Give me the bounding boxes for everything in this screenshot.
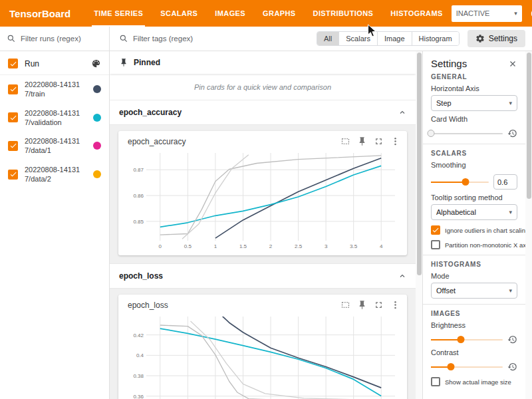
slider-thumb[interactable]: [462, 178, 469, 186]
settings-scrollbar[interactable]: [525, 51, 532, 399]
svg-text:1.5: 1.5: [239, 243, 247, 249]
run-checkbox[interactable]: [8, 84, 18, 94]
tab-time-series[interactable]: TIME SERIES: [85, 0, 152, 27]
section-header-epoch-accuracy[interactable]: epoch_accuracy: [110, 100, 416, 124]
runs-list: 20220808-141317/train20220808-141317/val…: [0, 75, 109, 188]
tab-graphs[interactable]: GRAPHS: [254, 0, 304, 27]
filter-chip-all[interactable]: All: [317, 32, 339, 45]
checkbox-label: Show actual image size: [445, 378, 511, 386]
chevron-down-icon: ▾: [509, 209, 512, 215]
contrast-slider[interactable]: [431, 366, 503, 368]
run-row[interactable]: 20220808-141317/data/1: [0, 132, 109, 160]
chevron-up-icon: [398, 108, 406, 116]
pinned-empty-message: Pin cards for a quick view and compariso…: [110, 74, 416, 100]
fit-domain-icon[interactable]: [340, 136, 350, 146]
filter-chip-histogram[interactable]: Histogram: [412, 32, 459, 45]
smoothing-slider[interactable]: [431, 182, 489, 183]
settings-panel: Settings GENERAL Horizontal Axis Step ▾ …: [422, 51, 525, 399]
divider: [423, 144, 525, 144]
slider-thumb[interactable]: [428, 130, 435, 137]
histogram-mode-select[interactable]: Offset ▾: [431, 283, 517, 299]
run-name: 20220808-141317/data/2: [25, 165, 82, 184]
scalars-caption: SCALARS: [431, 150, 517, 157]
show-actual-image-size-checkbox[interactable]: Show actual image size: [431, 377, 517, 386]
tab-images[interactable]: IMAGES: [206, 0, 254, 27]
pin-icon: [119, 58, 128, 67]
run-row[interactable]: 20220808-141317/train: [0, 75, 109, 104]
content-area: AllScalarsImageHistogram Settings Pinned…: [110, 27, 532, 399]
fullscreen-icon[interactable]: [374, 300, 384, 310]
run-checkbox[interactable]: [8, 112, 18, 122]
main-scrollbar[interactable]: [416, 51, 422, 399]
epoch-accuracy-chart[interactable]: 00.511.522.533.540.850.860.87: [124, 148, 402, 253]
general-caption: GENERAL: [431, 73, 517, 80]
reset-icon[interactable]: [507, 128, 517, 138]
fit-domain-icon[interactable]: [340, 300, 350, 310]
scalar-card-epoch-loss: epoch_loss 00.511.522.533.540.360.380.40…: [118, 295, 407, 399]
settings-button[interactable]: Settings: [467, 30, 525, 47]
svg-text:0.38: 0.38: [133, 373, 144, 379]
selected-value: Step: [436, 99, 452, 107]
more-options-icon[interactable]: [390, 300, 400, 310]
tab-distributions[interactable]: DISTRIBUTIONS: [305, 0, 382, 27]
scrollbar-thumb[interactable]: [527, 53, 531, 199]
section-header-epoch-loss[interactable]: epoch_loss: [110, 264, 416, 288]
app-header: TensorBoard TIME SERIESSCALARSIMAGESGRAP…: [0, 0, 532, 27]
horizontal-axis-select[interactable]: Step ▾: [431, 95, 517, 111]
tooltip-sort-select[interactable]: Alphabetical ▾: [431, 204, 517, 220]
run-checkbox[interactable]: [8, 170, 18, 180]
svg-text:0: 0: [159, 243, 162, 249]
pinned-section-header: Pinned: [110, 51, 416, 74]
line-chart-svg: 00.511.522.533.540.850.860.87: [124, 148, 402, 253]
smoothing-slider-row: [431, 174, 517, 190]
checkbox-label: Partition non-monotonic X axis: [445, 241, 525, 249]
data-status-dropdown[interactable]: INACTIVE ▾: [452, 5, 522, 22]
svg-text:0.36: 0.36: [133, 394, 144, 399]
scalar-card-epoch-accuracy: epoch_accuracy 00.511.522.533.540.850.86…: [118, 131, 407, 255]
run-checkbox[interactable]: [8, 141, 18, 151]
close-icon[interactable]: [508, 59, 517, 68]
card-width-slider[interactable]: [431, 133, 503, 134]
chevron-down-icon: ▾: [509, 287, 512, 294]
tab-histograms[interactable]: HISTOGRAMS: [382, 0, 451, 27]
tab-scalars[interactable]: SCALARS: [152, 0, 206, 27]
card-title: epoch_loss: [128, 301, 168, 310]
settings-button-label: Settings: [489, 34, 517, 43]
tag-filter-input[interactable]: [133, 35, 312, 43]
scrollbar-thumb[interactable]: [417, 53, 422, 275]
palette-icon[interactable]: [91, 59, 101, 68]
pin-card-icon[interactable]: [357, 136, 367, 146]
svg-text:0.42: 0.42: [133, 332, 144, 338]
brightness-label: Brightness: [431, 321, 517, 329]
runs-filter-input[interactable]: [21, 35, 102, 43]
run-row[interactable]: 20220808-141317/validation: [0, 104, 109, 132]
smoothing-label: Smoothing: [431, 161, 517, 169]
tags-topbar: AllScalarsImageHistogram Settings: [110, 27, 532, 51]
checkbox-checked-icon: [431, 225, 440, 235]
filter-chip-scalars[interactable]: Scalars: [339, 32, 378, 45]
pin-card-icon[interactable]: [357, 300, 367, 310]
slider-thumb[interactable]: [448, 363, 455, 370]
smoothing-input[interactable]: [493, 174, 517, 190]
slider-thumb[interactable]: [458, 336, 465, 343]
card-toolbar: [340, 300, 400, 310]
ignore-outliers-checkbox[interactable]: Ignore outliers in chart scaling: [431, 225, 517, 235]
run-name: 20220808-141317/train: [25, 80, 82, 99]
run-row[interactable]: 20220808-141317/data/2: [0, 160, 109, 189]
reset-icon[interactable]: [507, 334, 517, 344]
partition-x-axis-checkbox[interactable]: Partition non-monotonic X axis: [431, 240, 517, 249]
reset-icon[interactable]: [507, 362, 517, 372]
more-options-icon[interactable]: [390, 136, 400, 146]
filter-chip-image[interactable]: Image: [378, 32, 412, 45]
brightness-slider[interactable]: [431, 339, 503, 340]
svg-text:4: 4: [380, 243, 383, 249]
section-title: epoch_accuracy: [119, 108, 182, 117]
epoch-loss-chart[interactable]: 00.511.522.533.540.360.380.40.42: [124, 311, 402, 399]
select-all-runs-checkbox[interactable]: [8, 59, 18, 68]
settings-panel-title: Settings: [431, 58, 467, 69]
histogram-mode-label: Mode: [431, 272, 517, 280]
horizontal-axis-label: Horizontal Axis: [431, 84, 517, 92]
fullscreen-icon[interactable]: [374, 136, 384, 146]
tooltip-sort-label: Tooltip sorting method: [431, 194, 517, 201]
theme-toggle-icon[interactable]: [527, 5, 532, 22]
